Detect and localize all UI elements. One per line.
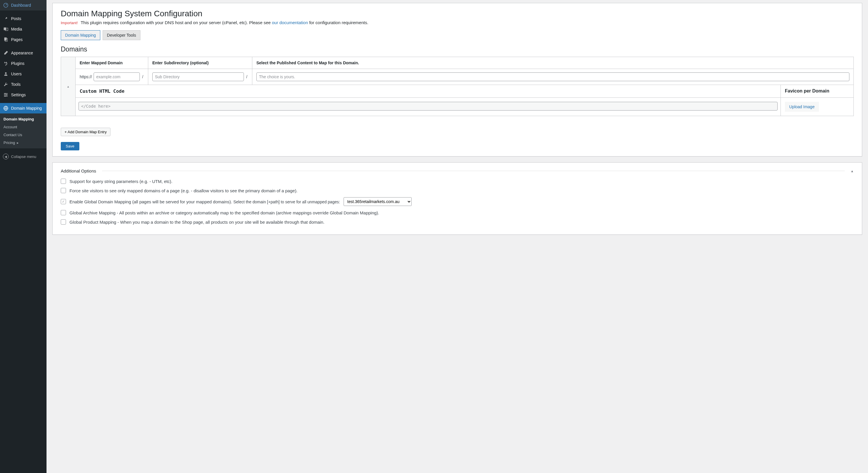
col-custom-html: Custom HTML Code (75, 85, 781, 98)
submenu-item-account[interactable]: Account (0, 123, 46, 131)
domain-table: ▲ Enter Mapped Domain Enter Subdirectory… (61, 57, 854, 116)
important-label: Important! (61, 21, 78, 25)
media-icon (3, 26, 9, 32)
additional-options-title: Additional Options (61, 169, 96, 173)
svg-rect-1 (4, 28, 6, 30)
svg-point-4 (5, 72, 6, 74)
sidebar-item-label: Appearance (11, 51, 33, 55)
add-domain-entry-button[interactable]: + Add Domain Map Entry (61, 128, 111, 136)
svg-point-5 (5, 93, 6, 94)
notice-text: This plugin requires configuration with … (81, 20, 272, 25)
submenu-item-contact-us[interactable]: Contact Us (0, 131, 46, 139)
collapse-menu-button[interactable]: ◀ Collapse menu (0, 151, 46, 162)
sidebar-item-appearance[interactable]: Appearance (0, 48, 46, 58)
option-archive-mapping: Global Archive Mapping - All posts withi… (61, 210, 854, 215)
custom-html-input[interactable] (79, 102, 778, 111)
sidebar-submenu: Domain Mapping Account Contact Us Pricin… (0, 114, 46, 148)
svg-rect-2 (4, 37, 7, 41)
sidebar-item-label: Media (11, 27, 22, 31)
globe-icon (3, 105, 9, 111)
tabs: Domain Mapping Developer Tools (61, 30, 854, 40)
global-mapping-checkbox[interactable]: ✓ (61, 199, 66, 204)
sliders-icon (3, 92, 9, 98)
additional-options-panel: Additional Options ▲ Support for query s… (52, 162, 862, 235)
documentation-link[interactable]: our documentation (272, 20, 308, 25)
query-string-checkbox[interactable] (61, 179, 66, 184)
option-query-string: Support for query string parameters (e.g… (61, 179, 854, 184)
mapped-domain-input[interactable] (94, 72, 140, 81)
sidebar-item-label: Domain Mapping (11, 106, 42, 111)
tab-domain-mapping[interactable]: Domain Mapping (61, 30, 100, 40)
user-icon (3, 71, 9, 77)
sidebar-item-media[interactable]: Media (0, 24, 46, 34)
svg-point-6 (6, 94, 7, 95)
sidebar-item-plugins[interactable]: Plugins (0, 58, 46, 69)
option-label: Support for query string parameters (e.g… (69, 179, 173, 184)
col-mapped-domain: Enter Mapped Domain (75, 57, 148, 69)
slash-divider: / (142, 75, 144, 79)
product-mapping-checkbox[interactable] (61, 219, 66, 225)
pages-icon (3, 37, 9, 42)
svg-point-7 (5, 96, 6, 97)
brush-icon (3, 50, 9, 56)
option-force-mapped: Force site visitors to see only mapped d… (61, 188, 854, 193)
option-label: Enable Global Domain Mapping (all pages … (69, 199, 340, 204)
main-content: Domain Mapping System Configuration Impo… (46, 0, 868, 473)
upload-image-button[interactable]: Upload Image (785, 102, 819, 112)
page-title: Domain Mapping System Configuration (61, 9, 854, 18)
submenu-item-pricing[interactable]: Pricing➤ (0, 139, 46, 147)
notice-after: for configuration requirements. (308, 20, 369, 25)
sidebar-item-posts[interactable]: Posts (0, 13, 46, 24)
option-label: Force site visitors to see only mapped d… (69, 188, 298, 193)
arrow-right-icon: ➤ (16, 141, 19, 145)
option-global-mapping: ✓ Enable Global Domain Mapping (all page… (61, 197, 854, 206)
global-domain-select[interactable]: test.365retailmarkets.com.au (344, 197, 412, 206)
sidebar-item-tools[interactable]: Tools (0, 79, 46, 90)
col-subdirectory: Enter Subdirectory (optional) (148, 57, 252, 69)
sidebar-item-label: Posts (11, 16, 21, 21)
collapse-icon: ◀ (3, 154, 9, 159)
option-product-mapping: Global Product Mapping - When you map a … (61, 219, 854, 225)
archive-mapping-checkbox[interactable] (61, 210, 66, 215)
sidebar-item-label: Dashboard (11, 3, 31, 7)
pin-icon (3, 16, 9, 22)
sidebar-item-settings[interactable]: Settings (0, 90, 46, 100)
submenu-item-domain-mapping[interactable]: Domain Mapping (0, 115, 46, 123)
admin-sidebar: Dashboard Posts Media Pages Appearance P… (0, 0, 46, 473)
wrench-icon (3, 82, 9, 87)
dashboard-icon (3, 2, 9, 8)
divider (102, 171, 845, 171)
collapse-caret-icon[interactable]: ▲ (850, 169, 854, 173)
sidebar-item-label: Tools (11, 82, 21, 87)
option-label: Global Product Mapping - When you map a … (69, 219, 324, 225)
config-panel: Domain Mapping System Configuration Impo… (52, 3, 862, 156)
tab-developer-tools[interactable]: Developer Tools (103, 30, 141, 40)
sidebar-item-label: Plugins (11, 61, 24, 66)
sidebar-item-pages[interactable]: Pages (0, 34, 46, 45)
plug-icon (3, 60, 9, 66)
domains-heading: Domains (61, 46, 854, 53)
protocol-label: https:// (80, 75, 92, 79)
drag-handle[interactable]: ▲ (61, 57, 75, 116)
collapse-label: Collapse menu (11, 154, 36, 159)
sidebar-item-label: Users (11, 71, 22, 76)
notice-line: Important! This plugin requires configur… (61, 20, 854, 25)
content-select-input[interactable] (256, 72, 849, 81)
subdirectory-input[interactable] (152, 72, 244, 81)
sidebar-item-users[interactable]: Users (0, 69, 46, 79)
col-content: Select the Published Content to Map for … (252, 57, 854, 69)
sidebar-item-dashboard[interactable]: Dashboard (0, 0, 46, 10)
force-mapped-checkbox[interactable] (61, 188, 66, 193)
sidebar-item-label: Settings (11, 92, 26, 97)
sidebar-item-domain-mapping[interactable]: Domain Mapping (0, 103, 46, 114)
sidebar-item-label: Pages (11, 37, 23, 42)
slash-divider: / (246, 75, 248, 79)
save-button[interactable]: Save (61, 142, 80, 150)
option-label: Global Archive Mapping - All posts withi… (69, 210, 379, 215)
col-favicon: Favicon per Domain (781, 85, 854, 98)
